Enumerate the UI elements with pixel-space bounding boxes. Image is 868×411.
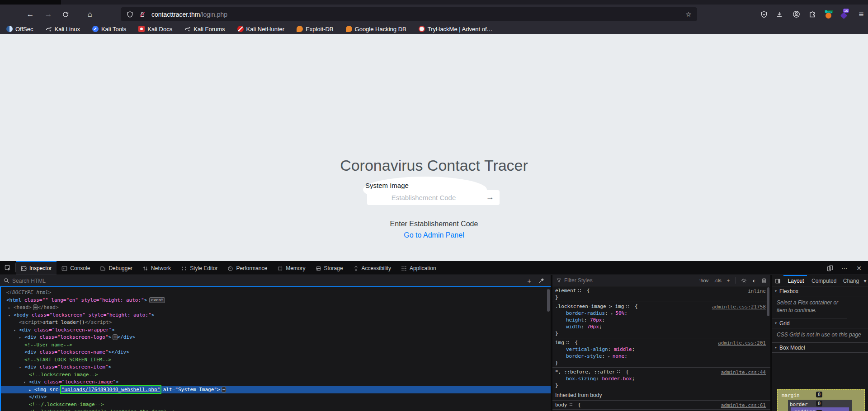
tree-row[interactable]: <!--lockscreen image--> <box>0 371 551 379</box>
expand-arrow-icon[interactable]: ▸ <box>29 387 34 394</box>
filter-styles-input[interactable]: Filter Styles <box>552 277 699 284</box>
styles-scrollbar[interactable] <box>767 287 769 316</box>
flexbox-section-header[interactable]: ▾Flexbox <box>772 286 868 296</box>
collapsed-badge[interactable]: ⋯ <box>113 334 117 340</box>
bookmark-kali-nethunter[interactable]: Kali NetHunter <box>237 26 285 33</box>
css-property[interactable]: border-style: ▸none; <box>552 353 770 360</box>
expand-arrow-icon[interactable]: ▾ <box>14 327 19 335</box>
bookmark-kali-forums[interactable]: Kali Forums <box>184 26 225 33</box>
url-text[interactable]: contacttracer.thm/login.php <box>151 11 227 18</box>
tree-row[interactable]: ▾<body class="lockscreen" style="height:… <box>0 312 551 319</box>
rule-source-link[interactable]: adminlte.css:21758 <box>712 304 766 310</box>
burp-extension-icon[interactable]: Burp <box>821 5 836 24</box>
highlighter-dots-icon[interactable] <box>578 289 582 293</box>
tree-row[interactable]: <!--User name--> <box>0 341 551 349</box>
back-icon[interactable]: ← <box>23 5 38 24</box>
css-property[interactable]: box-sizing: border-box; <box>552 375 770 382</box>
expand-arrow-icon[interactable]: ▾ <box>19 364 24 372</box>
admin-panel-link[interactable]: Go to Admin Panel <box>0 231 868 239</box>
pick-element-icon[interactable] <box>0 261 15 275</box>
highlighter-dots-icon[interactable] <box>617 370 621 374</box>
tree-row[interactable]: <!--START LOCK SCREEN ITEM--> <box>0 356 551 364</box>
tree-row[interactable]: <!--lockscreen credentials (contains the… <box>0 408 551 411</box>
sidebar-tab-chang[interactable]: Chang <box>839 275 862 286</box>
responsive-design-icon[interactable] <box>825 263 835 274</box>
devtools-tab-accessibility[interactable]: Accessibility <box>348 261 396 275</box>
chevron-down-icon[interactable]: ▾ <box>862 275 868 286</box>
expand-arrow-icon[interactable]: ▸ <box>8 304 14 312</box>
css-property[interactable]: height: 70px; <box>552 317 770 323</box>
light-mode-icon[interactable] <box>741 278 747 284</box>
tree-row[interactable]: ▾<div class="lockscreen-item"> <box>0 364 551 371</box>
selected-tree-row-img-webshell[interactable]: ▸<img src="uploads/1764893040_webshell.p… <box>0 386 551 394</box>
shield-icon[interactable] <box>756 5 772 24</box>
devtools-tab-console[interactable]: Console <box>57 261 95 275</box>
highlighter-dots-icon[interactable] <box>566 341 570 345</box>
highlighter-dots-icon[interactable] <box>626 304 630 308</box>
rule-source-link[interactable]: adminlte.css:201 <box>718 340 766 346</box>
markup-scrollbar[interactable] <box>547 289 550 312</box>
styles-toolbar-cls[interactable]: .cls <box>714 278 722 283</box>
menu-hamburger-icon[interactable]: ≡ <box>854 5 868 24</box>
devtools-tab-performance[interactable]: Performance <box>222 261 272 275</box>
submit-code-button[interactable]: → <box>480 190 500 205</box>
devtools-tab-application[interactable]: Application <box>396 261 441 275</box>
boxmodel-value-border-top[interactable]: 0 <box>816 401 822 406</box>
eyedropper-icon[interactable] <box>538 278 544 284</box>
devtools-tab-memory[interactable]: Memory <box>272 261 310 275</box>
collapsed-badge[interactable]: ⋯ <box>33 304 38 310</box>
rule-source-link[interactable]: adminlte.css:61 <box>721 402 766 408</box>
tree-row[interactable]: <!DOCTYPE html> <box>0 289 551 297</box>
highlighter-dots-icon[interactable] <box>569 403 573 407</box>
dark-mode-icon[interactable]: ◐ <box>752 277 756 284</box>
grid-section-header[interactable]: ▾Grid <box>772 318 868 328</box>
tree-row[interactable]: ▾<div class="lockscreen-wrapper"> <box>0 327 551 334</box>
close-devtools-icon[interactable]: ✕ <box>854 263 864 274</box>
more-options-icon[interactable]: ⋯ <box>839 263 850 274</box>
tree-row[interactable]: </div> <box>0 393 551 401</box>
extensions-puzzle-icon[interactable] <box>805 5 820 24</box>
tree-row[interactable]: ▸<div class="lockscreen-logo">⋯</div> <box>0 334 551 341</box>
collapsed-badge[interactable]: ⋯ <box>222 387 226 392</box>
styles-toolbar-hov[interactable]: :hov <box>699 278 708 283</box>
css-property[interactable]: width: 70px; <box>552 323 770 330</box>
bookmark-kali-tools[interactable]: Kali Tools <box>92 26 126 33</box>
reload-icon[interactable] <box>58 5 73 24</box>
tree-row[interactable]: ▾<div class="lockscreen-image"> <box>0 378 551 386</box>
event-badge[interactable]: event <box>149 297 165 303</box>
tree-row[interactable]: <html class="" lang="en" style="height: … <box>0 297 551 304</box>
home-icon[interactable]: ⌂ <box>82 5 98 24</box>
forward-icon[interactable]: → <box>41 5 56 24</box>
url-bar[interactable]: contacttracer.thm/login.php ☆ <box>121 7 697 21</box>
bookmark-kali-linux[interactable]: Kali Linux <box>46 26 80 33</box>
account-icon[interactable] <box>788 5 804 24</box>
add-node-icon[interactable]: + <box>527 277 531 285</box>
boxmodel-value-margin-top[interactable]: 0 <box>816 392 822 397</box>
devtools-tab-network[interactable]: Network <box>137 261 176 275</box>
search-html-input[interactable]: Search HTML <box>0 278 527 284</box>
devtools-tab-debugger[interactable]: Debugger <box>95 261 137 275</box>
insecure-lock-icon[interactable] <box>136 8 149 21</box>
rule-source-link[interactable]: adminlte.css:44 <box>721 369 766 375</box>
devtools-tab-inspector[interactable]: Inspector <box>16 261 57 275</box>
tree-row[interactable]: <div class="lockscreen-name"></div> <box>0 349 551 356</box>
tracking-shield-icon[interactable] <box>123 8 136 21</box>
bookmark-exploit-db[interactable]: Exploit-DB <box>297 26 333 33</box>
sidebar-tab-computed[interactable]: Computed <box>807 275 839 286</box>
bookmark-offsec[interactable]: OffSec <box>6 26 33 33</box>
bookmark-kali-docs[interactable]: Kali Docs <box>138 26 172 33</box>
devtools-tab-storage[interactable]: Storage <box>311 261 348 275</box>
expand-arrow-icon[interactable]: ▾ <box>8 312 14 320</box>
bookmark-google-hacking-db[interactable]: Google Hacking DB <box>346 26 406 33</box>
styles-toolbar-[interactable]: + <box>727 278 730 283</box>
foxyproxy-extension-icon[interactable]: 16 <box>837 5 852 24</box>
bookmark-tryhackme-advent-of[interactable]: TryHackMe | Advent of… <box>419 26 493 33</box>
bookmark-star-icon[interactable]: ☆ <box>683 9 694 20</box>
expand-arrow-icon[interactable]: ▾ <box>24 379 29 387</box>
tree-row[interactable]: <script>start_loader()</script> <box>0 319 551 327</box>
expand-arrow-icon[interactable]: ▸ <box>19 334 24 342</box>
css-property[interactable]: border-radius: ▸50%; <box>552 310 770 317</box>
sidebar-tab-layout[interactable]: Layout <box>783 275 807 286</box>
establishment-code-input[interactable]: Establishement Code <box>367 190 480 205</box>
print-simulation-icon[interactable] <box>761 278 767 284</box>
